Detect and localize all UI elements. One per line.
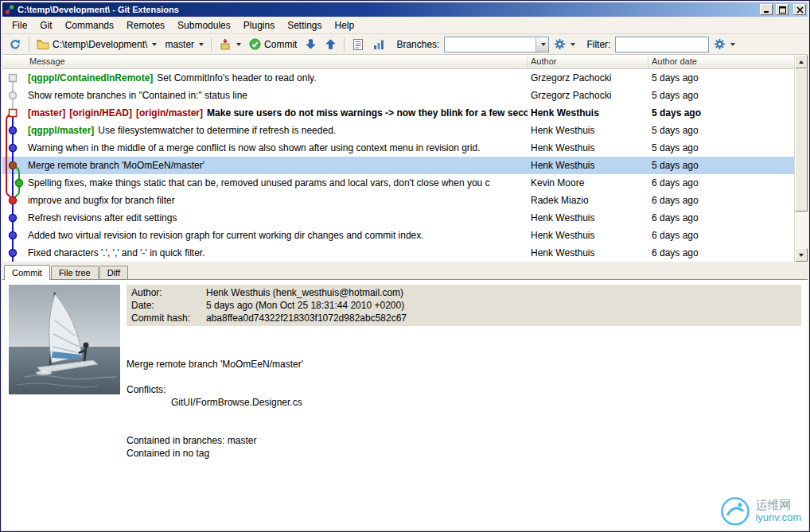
revision-row-1[interactable]: Show remote branches in "Contained in:" … [2, 87, 794, 104]
commit-header: Author: Henk Westhuis (henk_westhuis@hot… [127, 285, 801, 326]
commit-subject: Added two virtual revision to revision g… [28, 230, 424, 241]
menu-item-settings[interactable]: Settings [281, 17, 328, 33]
author-date-cell: 5 days ago [648, 72, 794, 83]
refresh-button[interactable] [6, 37, 25, 52]
title-bar[interactable]: C:\temp\Development\ - Git Extensions [2, 2, 808, 17]
commit-log-view-button[interactable] [349, 37, 368, 52]
toolbar-separator [344, 37, 345, 52]
grid-scrollbar[interactable] [794, 55, 808, 262]
column-header-author[interactable]: Author [528, 55, 648, 68]
author-cell: Radek Miazio [528, 195, 648, 206]
chevron-down-icon [571, 43, 575, 46]
arrow-down-icon [799, 254, 804, 257]
commit-check-icon [249, 38, 261, 50]
revision-row-7[interactable]: improve and bugfix for branch filterRade… [2, 192, 794, 209]
pull-button[interactable] [302, 37, 320, 52]
app-window: C:\temp\Development\ - Git Extensions Fi… [0, 0, 810, 532]
message-cell: [qgppl/master]Use filesystemwatcher to d… [2, 125, 528, 136]
scroll-down-button[interactable] [795, 248, 808, 262]
watermark-name: 运维网 [755, 499, 801, 511]
combobox-dropdown-button[interactable] [535, 37, 548, 52]
chevron-down-icon [541, 43, 546, 46]
revision-row-4[interactable]: Warning when in the middle of a merge co… [2, 139, 794, 157]
branch-filter-settings-button[interactable] [551, 37, 578, 52]
close-button[interactable] [793, 4, 806, 15]
arrow-up-icon [799, 60, 804, 64]
revision-list: [qgppl/ContainedInRemote]Set CommitInfo'… [2, 69, 794, 262]
branches-combobox-input[interactable] [445, 38, 535, 51]
branch-label: [master] [28, 107, 65, 118]
commit-author: Henk Westhuis (henk_westhuis@hotmail.com… [206, 286, 403, 299]
tab-file-tree[interactable]: File tree [51, 266, 99, 279]
maximize-button[interactable] [776, 4, 789, 15]
minimize-button[interactable] [760, 4, 773, 15]
commit-subject: Spelling fixes, make things static that … [28, 177, 490, 188]
commit-subject: Fixed characters '.', ',' and '-' in qui… [28, 247, 205, 258]
commit-button-label: Commit [264, 39, 297, 50]
revision-row-8[interactable]: Refresh revisions after edit settingsHen… [2, 209, 794, 227]
author-date-cell: 5 days ago [648, 160, 794, 171]
column-header-message[interactable]: Message [2, 55, 528, 68]
tab-commit[interactable]: Commit [4, 265, 50, 280]
pull-down-arrow-icon [305, 38, 317, 50]
author-date-cell: 5 days ago [648, 107, 794, 118]
filter-label: Filter: [586, 39, 610, 50]
push-button[interactable] [321, 37, 340, 52]
revision-row-2[interactable]: [master][origin/HEAD][origin/master]Make… [2, 104, 794, 122]
menu-item-submodules[interactable]: Submodules [171, 17, 237, 33]
revision-row-9[interactable]: Added two virtual revision to revision g… [2, 227, 794, 244]
revision-row-3[interactable]: [qgppl/master]Use filesystemwatcher to d… [2, 122, 794, 139]
branch-selector[interactable]: master [162, 37, 207, 52]
watermark-domain: iyunv.com [755, 511, 801, 524]
author-date-cell: 5 days ago [648, 142, 794, 153]
author-cell: Henk Westhuis [528, 230, 648, 241]
author-cell: Henk Westhuis [528, 125, 648, 136]
filter-input[interactable] [615, 37, 709, 52]
current-branch-name: master [165, 39, 194, 50]
revision-row-0[interactable]: [qgppl/ContainedInRemote]Set CommitInfo'… [2, 69, 794, 87]
menu-item-git[interactable]: Git [33, 17, 58, 33]
menu-item-help[interactable]: Help [329, 17, 361, 33]
scrollbar-thumb[interactable] [795, 68, 808, 212]
scroll-up-button[interactable] [795, 55, 808, 68]
commit-subject: improve and bugfix for branch filter [28, 195, 175, 206]
scrollbar-track[interactable] [795, 68, 808, 248]
menu-item-plugins[interactable]: Plugins [237, 17, 281, 33]
conflict-file[interactable]: GitUI/FormBrowse.Designer.cs [127, 396, 801, 409]
column-header-author-date[interactable]: Author date [648, 55, 794, 68]
working-dir-button[interactable]: C:\temp\Development\ [33, 37, 160, 52]
commit-button[interactable]: Commit [246, 37, 300, 52]
commit-date: 5 days ago (Mon Oct 25 18:31:44 2010 +02… [206, 299, 404, 312]
message-cell: Fixed characters '.', ',' and '-' in qui… [2, 247, 528, 258]
commit-subject: Warning when in the middle of a merge co… [28, 142, 481, 153]
menu-item-file[interactable]: File [6, 17, 33, 33]
tab-diff[interactable]: Diff [99, 266, 128, 279]
revision-row-6[interactable]: Spelling fixes, make things static that … [2, 174, 794, 192]
branch-label: [qgppl/ContainedInRemote] [28, 72, 153, 83]
stash-icon [219, 38, 232, 51]
contained-in-branches: Contained in branches: master [127, 434, 801, 447]
menu-item-commands[interactable]: Commands [59, 17, 120, 33]
toolbar: C:\temp\Development\ master [2, 34, 808, 55]
author-date-cell: 6 days ago [648, 212, 794, 223]
menu-item-remotes[interactable]: Remotes [120, 17, 171, 33]
chevron-down-icon [199, 43, 204, 46]
commit-message: Merge remote branch 'MoOmEeN/master' [127, 358, 801, 371]
revision-row-5[interactable]: Merge remote branch 'MoOmEeN/master'Henk… [2, 157, 794, 174]
document-icon [352, 38, 364, 51]
folder-icon [37, 39, 49, 50]
refresh-icon [9, 38, 21, 51]
message-cell: Added two virtual revision to revision g… [2, 230, 528, 241]
stash-button[interactable] [216, 37, 244, 52]
branches-combobox[interactable] [444, 37, 549, 52]
author-avatar [9, 285, 120, 394]
commit-subject: Show remote branches in "Contained in:" … [28, 90, 247, 101]
quick-filter-settings-button[interactable] [711, 37, 738, 52]
commit-subject: Merge remote branch 'MoOmEeN/master' [28, 160, 204, 171]
statistics-button[interactable] [369, 37, 388, 52]
revision-row-10[interactable]: Fixed characters '.', ',' and '-' in qui… [2, 244, 794, 262]
grid-header: Message Author Author date [2, 55, 794, 69]
gear-icon [554, 38, 566, 50]
detail-panel: CommitFile treeDiff [2, 264, 808, 530]
date-label: Date: [131, 299, 206, 312]
